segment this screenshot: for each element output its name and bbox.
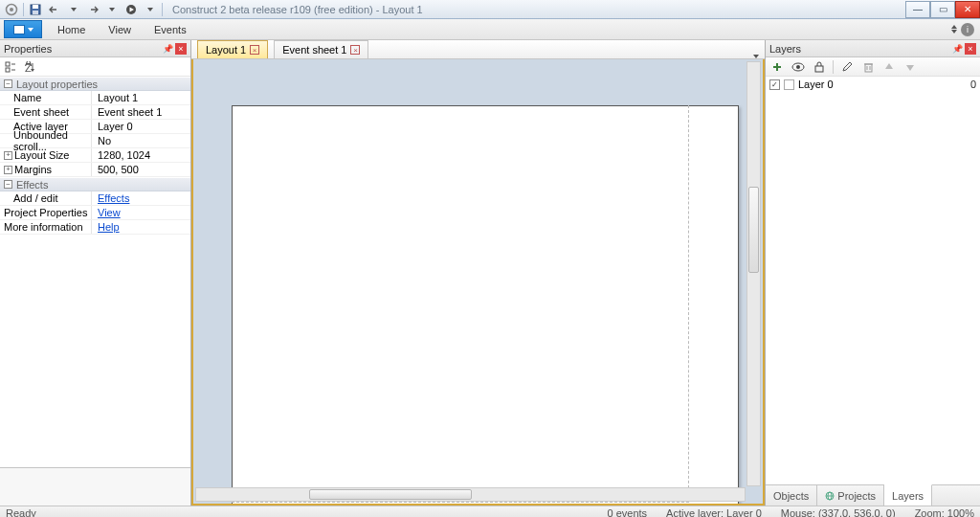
app-icon[interactable] xyxy=(4,2,19,17)
file-icon xyxy=(13,25,25,34)
prop-layoutsize-value[interactable]: 1280, 1024 xyxy=(92,148,190,162)
prop-activelayer-value[interactable]: Layer 0 xyxy=(92,120,190,133)
tab-layers[interactable]: Layers xyxy=(884,484,932,506)
ribbon-expand-toggle[interactable] xyxy=(951,25,957,34)
horizontal-scrollbar[interactable] xyxy=(195,487,746,502)
scroll-thumb[interactable] xyxy=(748,187,759,273)
pin-icon[interactable]: 📌 xyxy=(952,44,963,54)
expand-icon[interactable]: + xyxy=(4,166,12,174)
move-up-icon[interactable] xyxy=(881,59,897,75)
section-effects[interactable]: −Effects xyxy=(0,177,190,191)
tab-eventsheet1[interactable]: Event sheet 1× xyxy=(274,40,368,58)
scroll-thumb[interactable] xyxy=(309,489,472,500)
svg-point-18 xyxy=(796,65,800,69)
right-panel-tabs: Objects Projects Layers xyxy=(766,484,980,506)
quick-access-toolbar xyxy=(0,2,167,17)
layer-lock-checkbox[interactable] xyxy=(784,79,794,90)
tab-objects[interactable]: Objects xyxy=(766,485,817,506)
run-dropdown-icon[interactable] xyxy=(143,2,158,17)
layer-row[interactable]: Layer 0 0 xyxy=(766,77,980,92)
undo-dropdown-icon[interactable] xyxy=(66,2,81,17)
title-bar: Construct 2 beta release r109 (free edit… xyxy=(0,0,980,19)
section-layout-properties[interactable]: −Layout properties xyxy=(0,77,190,91)
lock-icon[interactable] xyxy=(812,59,827,75)
svg-rect-8 xyxy=(6,68,10,72)
prop-name-value[interactable]: Layout 1 xyxy=(92,91,190,104)
svg-point-1 xyxy=(10,8,13,11)
tab-overflow-button[interactable] xyxy=(747,55,765,58)
panel-title: Properties xyxy=(4,43,52,55)
document-tabs: Layout 1× Event sheet 1× xyxy=(191,40,765,59)
status-active-layer: Active layer: Layer 0 xyxy=(666,507,762,518)
view-link[interactable]: View xyxy=(98,207,121,218)
prop-margins-label: +Margins xyxy=(0,163,92,176)
delete-icon[interactable] xyxy=(860,59,876,75)
prop-name-label: Name xyxy=(0,91,92,104)
prop-layoutsize-label: +Layout Size xyxy=(0,148,92,162)
edit-icon[interactable] xyxy=(839,59,855,75)
property-grid: −Layout properties NameLayout 1 Event sh… xyxy=(0,77,190,235)
run-icon[interactable] xyxy=(123,2,139,17)
prop-moreinfo-label: More information xyxy=(0,220,92,234)
collapse-icon[interactable]: − xyxy=(4,180,12,189)
layout-area[interactable] xyxy=(232,105,739,506)
toggle-visibility-icon[interactable] xyxy=(791,59,806,75)
help-icon[interactable]: i xyxy=(961,23,974,36)
tab-close-icon[interactable]: × xyxy=(350,45,360,55)
svg-marker-24 xyxy=(885,63,893,69)
close-panel-icon[interactable]: × xyxy=(175,43,187,55)
svg-text:Z: Z xyxy=(25,62,32,73)
vertical-scrollbar[interactable] xyxy=(746,61,761,486)
prop-eventsheet-label: Event sheet xyxy=(0,105,92,119)
layer-visible-checkbox[interactable] xyxy=(769,79,780,90)
layers-panel: Layers 📌 × Layer 0 0 Objects Projects L xyxy=(765,40,980,506)
undo-icon[interactable] xyxy=(47,2,62,17)
redo-dropdown-icon[interactable] xyxy=(104,2,120,17)
status-ready: Ready xyxy=(6,507,36,518)
categorize-icon[interactable] xyxy=(4,60,17,74)
prop-unbounded-value[interactable]: No xyxy=(92,134,190,147)
move-down-icon[interactable] xyxy=(902,59,918,75)
layout-canvas[interactable] xyxy=(191,59,765,506)
status-events: 0 events xyxy=(608,507,648,518)
svg-rect-3 xyxy=(33,5,38,9)
prop-margins-value[interactable]: 500, 500 xyxy=(92,163,190,176)
minimize-button[interactable]: — xyxy=(905,1,930,18)
status-mouse: Mouse: (337.0, 536.0, 0) xyxy=(781,507,896,518)
tab-projects[interactable]: Projects xyxy=(817,485,884,506)
close-button[interactable]: ✕ xyxy=(955,1,980,18)
window-controls: — ▭ ✕ xyxy=(905,1,980,18)
layers-header: Layers 📌 × xyxy=(766,40,980,57)
redo-icon[interactable] xyxy=(85,2,100,17)
property-description-box xyxy=(0,467,190,506)
add-layer-icon[interactable] xyxy=(769,59,785,75)
status-bar: Ready 0 events Active layer: Layer 0 Mou… xyxy=(0,506,980,517)
effects-link[interactable]: Effects xyxy=(98,192,129,204)
close-panel-icon[interactable]: × xyxy=(965,43,976,55)
help-link[interactable]: Help xyxy=(98,221,120,233)
layer-name: Layer 0 xyxy=(798,79,967,90)
panel-title: Layers xyxy=(769,43,801,55)
tab-home[interactable]: Home xyxy=(46,19,97,39)
tab-events[interactable]: Events xyxy=(143,19,198,39)
status-zoom: Zoom: 100% xyxy=(915,507,974,518)
tab-layout1[interactable]: Layout 1× xyxy=(197,40,268,58)
ribbon-bar: Home View Events i xyxy=(0,19,980,40)
prop-unbounded-label: Unbounded scroll... xyxy=(0,134,92,147)
file-menu-button[interactable] xyxy=(4,20,42,38)
collapse-icon[interactable]: − xyxy=(4,79,12,88)
globe-icon xyxy=(825,491,835,501)
save-icon[interactable] xyxy=(28,2,43,17)
properties-header: Properties 📌 × xyxy=(0,40,190,57)
tab-view[interactable]: View xyxy=(97,19,143,39)
tab-close-icon[interactable]: × xyxy=(250,45,259,55)
pin-icon[interactable]: 📌 xyxy=(163,44,173,54)
properties-panel: Properties 📌 × AZ −Layout properties Nam… xyxy=(0,40,191,506)
window-title: Construct 2 beta release r109 (free edit… xyxy=(172,4,423,15)
svg-rect-4 xyxy=(33,11,38,14)
prop-eventsheet-value[interactable]: Event sheet 1 xyxy=(92,105,190,119)
expand-icon[interactable]: + xyxy=(4,151,12,160)
maximize-button[interactable]: ▭ xyxy=(930,1,955,18)
chevron-down-icon xyxy=(28,28,33,32)
sort-alpha-icon[interactable]: AZ xyxy=(23,60,36,74)
